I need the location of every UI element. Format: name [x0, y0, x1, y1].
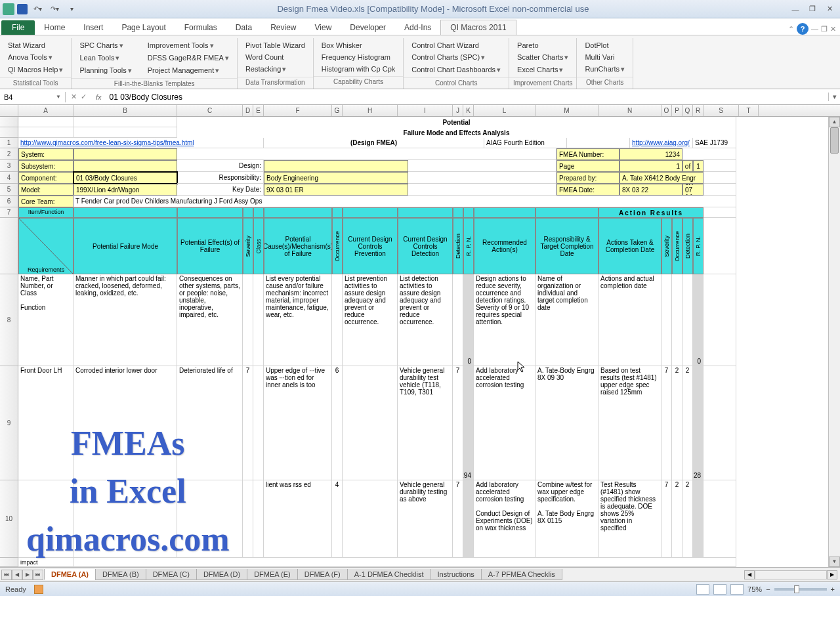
ribbon-item[interactable]: Stat Wizard — [5, 39, 66, 51]
column-header[interactable]: D — [243, 105, 253, 116]
name-box[interactable]: B4 ▼ — [0, 92, 66, 102]
value-system[interactable] — [74, 148, 177, 160]
ribbon-item[interactable]: Lean Tools▾ — [77, 52, 134, 64]
tab-insert[interactable]: Insert — [74, 20, 112, 35]
ribbon-item[interactable]: Project Management▾ — [145, 64, 232, 77]
last-sheet-icon[interactable]: ⏭ — [33, 570, 43, 580]
doc-minimize-icon[interactable]: — — [811, 25, 818, 33]
tab-data[interactable]: Data — [226, 20, 261, 35]
cancel-formula-icon[interactable]: ✕ — [71, 93, 77, 101]
ribbon-item[interactable]: Box Whisker — [319, 39, 398, 51]
excel-icon[interactable] — [3, 3, 14, 15]
save-icon[interactable] — [17, 4, 28, 14]
hscroll-left-icon[interactable]: ◀ — [744, 570, 755, 579]
ribbon-item[interactable]: Control Chart Wizard — [409, 39, 503, 51]
name-box-dropdown-icon[interactable]: ▼ — [56, 94, 61, 100]
fx-icon[interactable]: fx — [92, 93, 106, 101]
vertical-scrollbar[interactable]: ▲ ▼ — [828, 117, 840, 567]
accept-formula-icon[interactable]: ✓ — [81, 93, 87, 101]
ribbon-item[interactable]: Frequency Histogram — [319, 51, 398, 63]
value-fmea-date[interactable]: 8X 03 22 — [620, 184, 682, 196]
sheet-tab[interactable]: DFMEA (E) — [247, 569, 298, 580]
sheet-tab[interactable]: DFMEA (F) — [297, 569, 348, 580]
value-model[interactable]: 199X/Lion 4dr/Wagon — [74, 184, 177, 196]
zoom-slider[interactable] — [774, 588, 827, 591]
help-icon[interactable]: ? — [797, 23, 808, 35]
sheet-tab[interactable]: DFMEA (B) — [95, 569, 146, 580]
tab-page-layout[interactable]: Page Layout — [112, 20, 175, 35]
ribbon-item[interactable]: Multi Vari — [582, 51, 627, 63]
ribbon-item[interactable]: Pareto — [514, 39, 571, 51]
ribbon-item[interactable]: Pivot Table Wizard — [243, 39, 308, 51]
link-aiag[interactable]: http://www.aiag.org/ — [630, 138, 693, 148]
ribbon-item[interactable]: Excel Charts▾ — [514, 64, 571, 76]
tab-file[interactable]: File — [1, 20, 35, 35]
next-sheet-icon[interactable]: ▶ — [22, 570, 33, 580]
column-header[interactable]: T — [739, 105, 759, 116]
zoom-level[interactable]: 75% — [747, 585, 762, 593]
row-header[interactable]: 1 — [0, 138, 18, 148]
undo-icon[interactable]: ↶▾ — [30, 3, 45, 15]
ribbon-item[interactable]: Anova Tools▾ — [5, 51, 66, 64]
qat-dropdown-icon[interactable]: ▾ — [64, 3, 79, 15]
row-header[interactable]: 4 — [0, 172, 18, 184]
ribbon-item[interactable]: Scatter Charts▾ — [514, 51, 571, 64]
value-prepared-by[interactable]: A. Tate X6412 Body Engr — [620, 172, 704, 184]
column-header[interactable]: G — [332, 105, 343, 116]
ribbon-item[interactable]: Restacking▾ — [243, 63, 308, 75]
redo-icon[interactable]: ↷▾ — [47, 3, 62, 15]
select-all-corner[interactable] — [0, 105, 18, 116]
tab-developer[interactable]: Developer — [341, 20, 395, 35]
row-header[interactable]: 8 — [0, 274, 18, 366]
column-header[interactable]: O — [662, 105, 672, 116]
ribbon-item[interactable]: DotPlot — [582, 39, 627, 51]
formula-expand-icon[interactable]: ▾ — [828, 93, 840, 101]
value-component[interactable]: 01 03/Body Closures — [74, 172, 177, 184]
sheet-tab[interactable]: A-1 DFMEA Checklist — [347, 569, 431, 580]
column-header[interactable]: A — [18, 105, 74, 116]
value-key-date[interactable]: 9X 03 01 ER — [264, 184, 408, 196]
tab-home[interactable]: Home — [35, 20, 74, 35]
value-fmea-number[interactable]: 1234 — [620, 148, 682, 160]
doc-close-icon[interactable]: ✕ — [830, 25, 836, 33]
minimize-button[interactable]: — — [788, 3, 803, 15]
row-header[interactable]: 3 — [0, 160, 18, 172]
column-header[interactable]: P — [672, 105, 682, 116]
ribbon-item[interactable]: DFSS GageR&R FMEA▾ — [145, 52, 232, 64]
link-qimacros[interactable]: http://www.qimacros.com/free-lean-six-si… — [18, 138, 264, 148]
ribbon-item[interactable]: SPC Charts▾ — [77, 39, 134, 52]
column-header[interactable]: S — [704, 105, 739, 116]
zoom-in-icon[interactable]: + — [831, 585, 835, 593]
row-header[interactable] — [0, 127, 18, 138]
column-header[interactable]: H — [343, 105, 398, 116]
tab-review[interactable]: Review — [261, 20, 305, 35]
tab-addins[interactable]: Add-Ins — [395, 20, 440, 35]
column-header[interactable]: E — [253, 105, 264, 116]
ribbon-item[interactable]: Planning Tools▾ — [77, 64, 134, 77]
scroll-thumb[interactable] — [830, 127, 839, 154]
row-header[interactable]: 10 — [0, 480, 18, 558]
ribbon-item[interactable]: Control Charts (SPC)▾ — [409, 51, 503, 64]
column-header[interactable]: F — [264, 105, 332, 116]
tab-view[interactable]: View — [306, 20, 341, 35]
doc-restore-icon[interactable]: ❐ — [821, 25, 828, 33]
formula-input[interactable]: 01 03/Body Closures — [106, 91, 828, 103]
column-header[interactable]: B — [74, 105, 177, 116]
column-header[interactable]: M — [536, 105, 598, 116]
close-button[interactable]: ✕ — [822, 3, 837, 15]
sheet-tab[interactable]: DFMEA (A) — [44, 569, 96, 580]
ribbon-item[interactable]: Improvement Tools▾ — [145, 39, 232, 52]
column-header[interactable]: C — [177, 105, 243, 116]
sheet-tab[interactable]: A-7 PFMEA Checklis — [481, 569, 562, 580]
minimize-ribbon-icon[interactable]: ⌃ — [788, 25, 794, 33]
first-sheet-icon[interactable]: ⏮ — [1, 570, 12, 580]
row-header[interactable]: 2 — [0, 148, 18, 160]
page-layout-view-icon[interactable] — [713, 584, 726, 595]
tab-formulas[interactable]: Formulas — [175, 20, 226, 35]
ribbon-item[interactable]: Word Count — [243, 51, 308, 63]
ribbon-item[interactable]: Histogram with Cp Cpk — [319, 63, 398, 75]
column-header[interactable]: L — [474, 105, 536, 116]
row-header[interactable]: 9 — [0, 366, 18, 480]
column-header[interactable]: Q — [682, 105, 693, 116]
hscroll-right-icon[interactable]: ▶ — [827, 570, 837, 579]
